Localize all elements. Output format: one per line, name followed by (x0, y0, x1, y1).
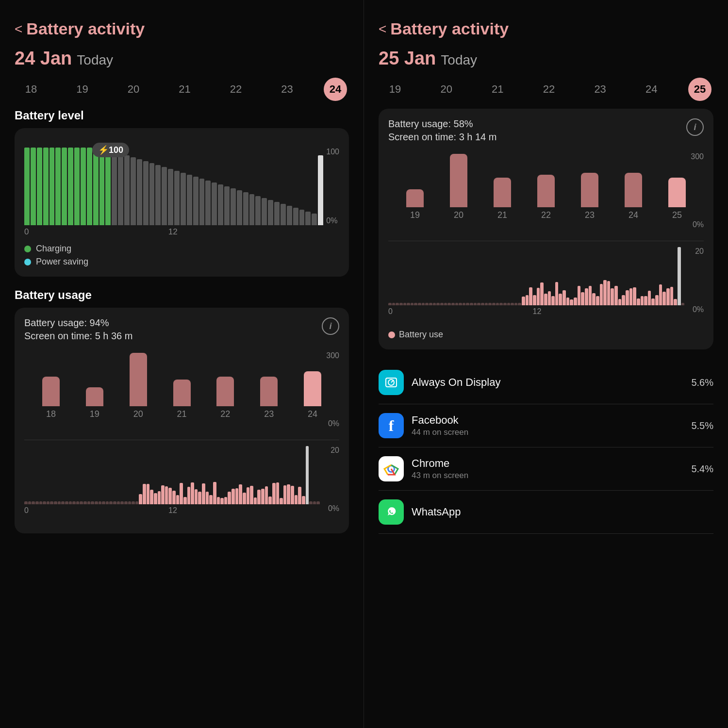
right-hourly-bar-31 (503, 303, 507, 305)
left-battery-bar-24 (174, 171, 180, 225)
right-back-icon[interactable]: < (379, 21, 386, 37)
app-list-item-3[interactable]: WhatsApp (379, 491, 713, 534)
right-hourly-bar-18 (455, 303, 459, 305)
left-hourly-bar-50 (209, 495, 213, 504)
right-date-nav-item-23[interactable]: 23 (586, 83, 615, 96)
left-battery-bar-12 (99, 148, 105, 225)
right-usage-header: Battery usage: 58% Screen on time: 3 h 1… (388, 118, 704, 145)
left-date-day: 24 Jan (15, 48, 72, 69)
right-hourly-bar-9 (422, 303, 425, 305)
left-hourly-bar-58 (239, 484, 242, 504)
left-battery-bar-25 (181, 173, 186, 225)
left-hourly-bar-6 (47, 501, 50, 504)
left-hourly-x-0: 0 (24, 506, 29, 515)
right-usage-pct: Battery usage: 58% (388, 118, 496, 130)
right-hourly-bar-12 (433, 303, 436, 305)
app-percent-2: 5.4% (691, 463, 713, 475)
left-battery-bar-21 (155, 165, 161, 225)
right-hourly-bar-46 (559, 294, 562, 305)
right-date-nav-item-20[interactable]: 20 (432, 83, 461, 96)
left-weekly-bar-24 (304, 371, 321, 406)
left-battery-bar-36 (249, 194, 255, 225)
left-weekly-bar-label-24: 24 (308, 409, 317, 419)
right-info-icon[interactable]: i (686, 118, 704, 136)
left-info-icon[interactable]: i (322, 317, 339, 335)
right-hourly-bar-70 (648, 291, 651, 305)
left-charging-label: Charging (36, 244, 71, 254)
left-hourly-bar-37 (161, 485, 165, 504)
left-hourly-bar-21 (102, 501, 105, 504)
left-battery-usage-card: Battery usage: 94% Screen on time: 5 h 3… (15, 308, 349, 533)
left-battery-bar-45 (305, 212, 311, 225)
right-date-nav-item-21[interactable]: 21 (483, 83, 512, 96)
left-hourly-bar-16 (83, 501, 87, 504)
left-hourly-bar-10 (61, 501, 65, 504)
right-weekly-bar-wrap-24: 24 (612, 173, 655, 220)
right-hourly-bar-73 (659, 284, 662, 305)
left-hourly-bar-70 (283, 485, 287, 504)
left-hourly-bar-36 (158, 491, 161, 504)
right-hourly-bar-27 (488, 303, 492, 305)
left-date-nav-item-23[interactable]: 23 (273, 83, 302, 96)
right-hourly-bar-54 (589, 286, 592, 305)
right-hourly-bar-52 (581, 292, 584, 305)
right-battery-use-legend: Battery use (388, 330, 704, 340)
left-hourly-x-12: 12 (168, 506, 177, 515)
app-percent-0: 5.6% (691, 377, 713, 388)
right-hourly-bar-65 (629, 288, 633, 305)
left-hourly-bar-44 (187, 487, 191, 504)
left-date-nav-item-22[interactable]: 22 (221, 83, 250, 96)
left-date-nav-item-21[interactable]: 21 (170, 83, 199, 96)
left-hourly-bar-0 (24, 501, 28, 504)
app-list-item-1[interactable]: fFacebook44 m on screen5.5% (379, 404, 713, 447)
left-battery-bar-2 (37, 148, 42, 225)
left-weekly-bar-wrap-19: 19 (73, 387, 116, 419)
left-hourly-bar-41 (176, 495, 180, 504)
app-list-item-2[interactable]: Chrome43 m on screen5.4% (379, 447, 713, 491)
left-battery-bar-17 (131, 157, 136, 225)
left-date-nav-item-20[interactable]: 20 (119, 83, 148, 96)
left-hourly-bar-61 (250, 486, 253, 504)
app-list-item-0[interactable]: Always On Display5.6% (379, 361, 713, 404)
right-hourly-x-12: 12 (533, 307, 542, 316)
left-battery-usage-title: Battery usage (15, 288, 349, 302)
right-hourly-bar-42 (544, 294, 547, 305)
left-battery-bar-10 (87, 148, 92, 225)
right-date-nav-item-25[interactable]: 25 (688, 78, 711, 101)
left-hourly-bar-62 (254, 497, 257, 504)
left-date-nav-item-18[interactable]: 18 (17, 83, 46, 96)
right-hourly-bar-17 (451, 303, 455, 305)
right-hourly-bar-15 (444, 303, 447, 305)
left-hourly-bar-76 (306, 446, 309, 504)
right-date-nav-item-24[interactable]: 24 (637, 83, 666, 96)
left-date-nav-item-19[interactable]: 19 (68, 83, 97, 96)
left-hourly-bar-30 (135, 501, 139, 504)
right-hourly-bar-37 (526, 295, 529, 305)
right-date-nav-item-19[interactable]: 19 (381, 83, 410, 96)
left-date-nav-item-24[interactable]: 24 (324, 78, 347, 101)
left-weekly-bar-22 (216, 377, 234, 406)
left-battery-bar-7 (68, 148, 73, 225)
left-battery-bar-30 (212, 182, 217, 225)
left-hourly-bar-11 (65, 501, 68, 504)
left-hourly-bar-27 (124, 501, 128, 504)
left-hourly-bar-26 (120, 501, 124, 504)
right-page-title: Battery activity (390, 19, 509, 38)
left-battery-bar-38 (262, 198, 267, 225)
right-hourly-bar-53 (585, 288, 588, 305)
left-battery-bar-44 (299, 210, 305, 225)
left-hourly-bar-3 (35, 501, 39, 504)
right-hourly-bar-30 (499, 303, 503, 305)
right-date-row: 25 Jan Today (379, 48, 713, 69)
left-hourly-bar-60 (247, 487, 250, 504)
right-weekly-bar-label-25: 25 (672, 210, 682, 220)
right-date-nav-item-22[interactable]: 22 (534, 83, 563, 96)
app-name-2: Chrome (412, 457, 691, 470)
left-battery-bar-22 (162, 167, 167, 225)
left-back-icon[interactable]: < (15, 21, 22, 37)
right-hourly-bar-59 (607, 281, 611, 305)
left-weekly-bar-label-22: 22 (220, 409, 230, 419)
left-battery-bar-14 (112, 151, 117, 225)
left-hourly-bar-52 (217, 497, 220, 504)
left-usage-header: Battery usage: 94% Screen on time: 5 h 3… (24, 317, 339, 344)
